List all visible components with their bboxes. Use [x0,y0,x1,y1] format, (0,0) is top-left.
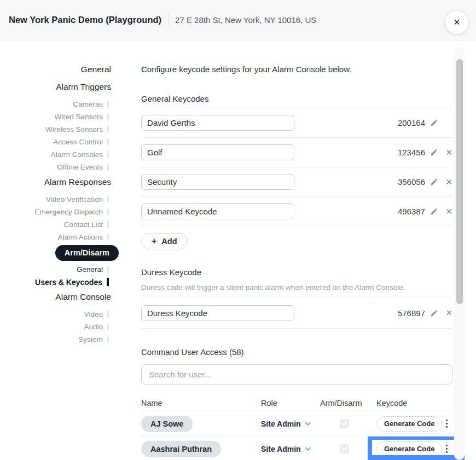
keycode-row: 123456 ✕ [141,138,452,167]
role-dropdown[interactable]: Site Admin [261,445,320,453]
sidebar-item-access-control[interactable]: Access Control [53,136,119,148]
generate-code-button[interactable]: Generate Code [376,441,442,457]
sidebar-item-arm-disarm-general[interactable]: General [77,263,119,276]
keycode-row: 356056 ✕ [141,167,452,197]
add-keycode-button[interactable]: + Add [141,233,188,249]
edit-icon[interactable] [430,148,438,156]
edit-icon[interactable] [430,309,438,317]
sidebar-item-emergency-dispatch[interactable]: Emergency Dispatch [34,206,119,218]
user-name-pill: Aashrai Puthran [141,441,221,457]
edit-icon[interactable] [430,119,438,127]
sidebar-item-users-keycodes[interactable]: Users & Keycodes [35,276,119,288]
nav-tick [107,323,109,330]
duress-keycode-row: 576897 ✕ [141,298,452,329]
keycode-value: 123456 [398,148,425,157]
column-arm-disarm: Arm/Disarm [320,399,376,407]
keycode-settings-panel: Configure keycode settings for your Alar… [141,65,452,460]
keycode-name-input[interactable] [141,144,294,160]
nav-tick [107,126,109,133]
sidebar-item-system[interactable]: System [78,333,119,346]
nav-tick [107,234,109,241]
scrollbar-thumb[interactable] [456,59,463,304]
settings-sidebar: General Alarm Triggers Cameras Wired Sen… [0,65,119,460]
duress-keycode-title: Duress Keycode [141,267,452,277]
sidebar-item-offline-events[interactable]: Offline Events [57,161,119,173]
nav-tick [107,266,109,273]
column-name: Name [141,399,261,407]
keycode-row: 496387 ✕ [141,197,452,226]
keycode-row: 200164 ✕ [141,108,452,138]
sidebar-item-wireless-sensors[interactable]: Wireless Sensors [45,123,119,136]
sidebar-item-video[interactable]: Video [84,308,119,321]
table-row: Aashrai Puthran Site Admin Generate Code [141,436,452,460]
nav-tick [107,151,109,158]
duress-description: Duress code will trigger a silent panic … [141,283,452,292]
command-user-access-title: Command User Access (58) [141,347,452,357]
kebab-menu-icon[interactable] [445,418,449,429]
table-row: AJ Sowe Site Admin Generate Code [141,411,452,436]
keycode-name-input[interactable] [141,174,294,190]
sidebar-item-alarm-console[interactable]: Alarm Console [55,292,119,302]
keycode-value: 496387 [398,207,425,216]
site-address: 27 E 28th St, New York, NY 10016, US [175,15,316,25]
keycode-name-input[interactable] [141,115,294,131]
sidebar-item-alarm-responses[interactable]: Alarm Responses [44,177,119,187]
arm-disarm-checkbox[interactable] [340,444,349,453]
chevron-down-icon [305,422,311,426]
search-input[interactable] [141,364,452,385]
remove-icon[interactable]: ✕ [438,148,452,158]
intro-text: Configure keycode settings for your Alar… [141,65,452,74]
nav-tick [107,208,109,216]
duress-keycode-input[interactable] [141,305,294,321]
remove-icon[interactable]: ✕ [438,207,452,217]
edit-icon[interactable] [430,207,438,216]
sidebar-item-alarm-actions[interactable]: Alarm Actions [57,231,119,243]
sidebar-item-alarm-consoles[interactable]: Alarm Consoles [51,148,119,161]
user-name-pill: AJ Sowe [141,416,193,432]
nav-tick [107,311,109,318]
keycode-name-input[interactable] [141,203,294,219]
sidebar-item-general[interactable]: General [81,65,119,74]
generate-code-button[interactable]: Generate Code [376,416,442,432]
sidebar-item-cameras[interactable]: Cameras [73,98,119,110]
remove-icon[interactable]: ✕ [438,177,452,187]
nav-tick [107,138,109,145]
plus-icon: + [152,237,156,246]
sidebar-item-contact-list[interactable]: Contact List [64,218,119,231]
keycode-value: 356056 [398,177,425,187]
close-icon: ✕ [454,18,461,27]
nav-tick [107,196,109,203]
remove-icon[interactable]: ✕ [438,308,452,318]
header-divider [168,14,169,26]
content: General Alarm Triggers Cameras Wired Sen… [0,40,476,460]
sidebar-item-video-verification[interactable]: Video Verification [46,193,119,206]
arm-disarm-checkbox[interactable] [340,419,349,428]
close-button[interactable]: ✕ [445,11,468,34]
role-dropdown[interactable]: Site Admin [261,420,320,428]
column-keycode: Keycode [376,399,452,407]
general-keycodes-title: General Keycodes [141,94,452,104]
nav-tick [107,164,109,171]
keycode-value: 200164 [398,118,425,127]
keycode-value: 576897 [398,308,425,318]
header: New York Panic Demo (Playground) 27 E 28… [0,0,476,40]
kebab-menu-icon[interactable] [445,444,449,455]
edit-icon[interactable] [430,178,438,186]
nav-tick [107,221,109,228]
table-header: Name Role Arm/Disarm Keycode [141,395,452,411]
column-role: Role [261,399,320,407]
sidebar-item-arm-disarm-active[interactable]: Arm/Disarm [55,245,119,261]
chevron-down-icon [305,447,311,451]
sidebar-item-wired-sensors[interactable]: Wired Sensors [54,110,119,123]
nav-tick [107,101,109,108]
sidebar-item-alarm-triggers[interactable]: Alarm Triggers [56,82,119,92]
sidebar-item-audio[interactable]: Audio [84,321,119,333]
nav-tick [107,113,109,120]
nav-tick [107,336,109,343]
nav-tick-selected [107,278,109,286]
page-title: New York Panic Demo (Playground) [9,15,161,25]
